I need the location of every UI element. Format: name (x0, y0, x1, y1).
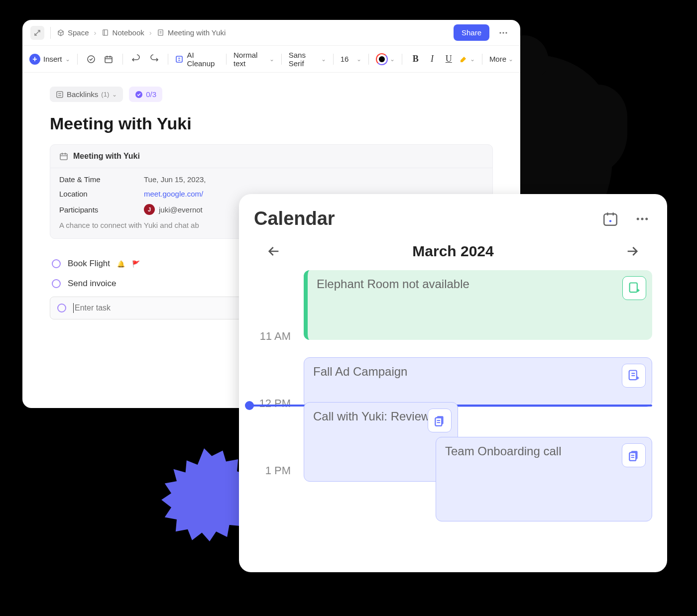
svg-rect-6 (105, 57, 112, 63)
svg-point-4 (505, 32, 507, 33)
calendar-grid[interactable]: 11 AM 12 PM 1 PM Elephant Room not avail… (239, 270, 667, 549)
task-label: Book Flight (68, 259, 110, 269)
backlinks-label: Backlinks (67, 90, 98, 99)
more-menu-button[interactable] (494, 24, 512, 42)
calendar-month-label: March 2024 (412, 243, 493, 260)
chevron-down-icon: ⌄ (112, 91, 117, 98)
info-card-title: Meeting with Yuki (73, 152, 140, 161)
chevron-down-icon: ⌄ (390, 56, 395, 63)
calendar-button[interactable] (102, 52, 115, 67)
undo-button[interactable] (129, 52, 143, 67)
event-title: Team Onboarding call (445, 444, 561, 458)
ai-cleanup-label: AI Cleanup (187, 51, 219, 68)
editor-toolbar: + Insert ⌄ AI Cleanup Normal text⌄ Sans … (22, 46, 520, 73)
event-title: Elephant Room not available (317, 277, 469, 291)
svg-point-13 (637, 217, 639, 220)
text-caret (73, 303, 74, 313)
svg-point-3 (502, 32, 504, 33)
info-label: Date & Time (59, 175, 144, 184)
add-note-icon[interactable] (622, 364, 646, 388)
svg-rect-16 (630, 283, 637, 293)
svg-rect-1 (158, 30, 163, 35)
svg-rect-11 (604, 214, 617, 225)
chevron-down-icon: ⌄ (65, 56, 70, 63)
text-color-button[interactable]: ⌄ (376, 53, 395, 65)
calendar-icon (59, 152, 68, 161)
task-radio[interactable] (57, 304, 66, 312)
info-card-header: Meeting with Yuki (50, 145, 492, 168)
participant-email: juki@evernot (159, 205, 203, 214)
time-label-1pm: 1 PM (239, 464, 299, 477)
highlight-button[interactable]: ⌄ (459, 55, 475, 64)
chevron-right-icon: › (149, 28, 152, 37)
color-swatch-icon (376, 53, 388, 65)
chevron-right-icon: › (94, 28, 97, 37)
next-month-button[interactable] (622, 241, 642, 261)
underline-button[interactable]: U (443, 52, 455, 66)
page-icon (157, 29, 165, 37)
font-family-select[interactable]: Sans Serif⌄ (289, 51, 326, 68)
check-circle-icon (135, 91, 143, 99)
prev-month-button[interactable] (264, 241, 284, 261)
divider (50, 27, 51, 39)
task-radio[interactable] (52, 279, 61, 288)
participant-avatar[interactable]: J (144, 204, 155, 215)
calendar-more-button[interactable] (632, 209, 652, 229)
event-onboarding[interactable]: Team Onboarding call (436, 437, 652, 521)
share-button[interactable]: Share (454, 24, 489, 41)
info-label: Location (59, 190, 144, 198)
tasks-pill[interactable]: 0/3 (129, 87, 162, 102)
svg-rect-7 (176, 56, 182, 62)
breadcrumb-page[interactable]: Meeting with Yuki (168, 28, 226, 37)
current-time-dot (245, 401, 254, 410)
time-label-11am: 11 AM (239, 330, 299, 343)
backlinks-pill[interactable]: Backlinks (1) ⌄ (50, 87, 123, 102)
insert-label: Insert (43, 55, 62, 63)
calendar-view-button[interactable] (600, 209, 620, 229)
event-yuki-call[interactable]: Call with Yuki: Review (304, 402, 458, 482)
info-row-datetime: Date & Time Tue, Jun 15, 2023, (59, 175, 483, 184)
more-format-button[interactable]: More⌄ (489, 55, 513, 63)
task-check-button[interactable] (84, 52, 98, 67)
editor-header: Space › Notebook › Meeting with Yuki Sha… (22, 20, 520, 46)
svg-rect-8 (57, 92, 63, 98)
svg-point-15 (645, 217, 648, 220)
svg-point-12 (609, 220, 611, 222)
ai-cleanup-button[interactable]: AI Cleanup (175, 51, 219, 68)
event-fall-campaign[interactable]: Fall Ad Campaign (304, 357, 652, 407)
event-title: Call with Yuki: Review (313, 410, 430, 423)
insert-button[interactable]: + Insert ⌄ (29, 54, 70, 65)
italic-button[interactable]: I (426, 52, 438, 66)
task-radio[interactable] (52, 259, 61, 268)
page-title[interactable]: Meeting with Yuki (50, 114, 493, 133)
font-size-select[interactable]: 16⌄ (341, 55, 362, 63)
cube-icon (57, 29, 65, 37)
add-note-icon[interactable] (622, 276, 646, 300)
svg-rect-17 (629, 371, 637, 380)
breadcrumb-notebook[interactable]: Notebook (113, 28, 144, 37)
bold-button[interactable]: B (409, 52, 422, 66)
breadcrumb-space[interactable]: Space (68, 28, 89, 37)
expand-icon[interactable] (30, 26, 44, 40)
svg-rect-10 (60, 154, 67, 160)
info-label: Participants (59, 205, 144, 214)
calendar-nav: March 2024 (239, 239, 667, 270)
svg-rect-19 (435, 418, 442, 426)
calendar-header: Calendar (239, 194, 667, 239)
redo-button[interactable] (147, 52, 161, 67)
backlinks-count: (1) (101, 91, 109, 98)
bell-icon: 🔔 (117, 260, 125, 268)
note-link-icon[interactable] (428, 409, 452, 432)
event-elephant-room[interactable]: Elephant Room not available (304, 270, 652, 340)
tasks-count: 0/3 (146, 90, 156, 99)
sparkle-icon (175, 55, 184, 64)
meeting-link[interactable]: meet.google.com/ (144, 190, 203, 198)
chevron-down-icon: ⌄ (321, 56, 326, 63)
svg-rect-0 (103, 30, 108, 35)
note-link-icon[interactable] (622, 443, 646, 467)
breadcrumb: Space › Notebook › Meeting with Yuki (57, 28, 226, 37)
text-style-select[interactable]: Normal text⌄ (233, 51, 274, 68)
plus-icon: + (29, 54, 40, 65)
chevron-down-icon: ⌄ (356, 56, 361, 63)
notebook-icon (102, 29, 110, 37)
